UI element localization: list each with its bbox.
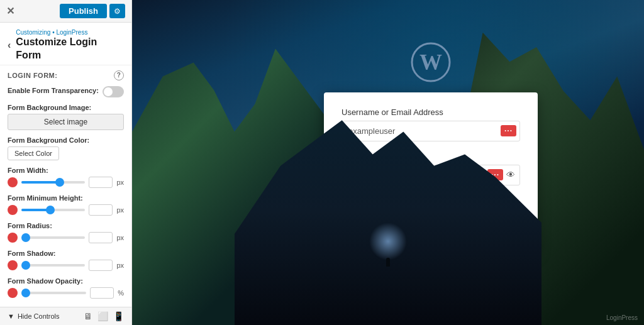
radius-label: Form Radius: [8,222,124,229]
radius-control: Form Radius: 0 px [0,219,131,246]
bg-image-label: Form Background Image: [8,104,124,111]
width-control: Form Width: 350 px [0,163,131,191]
desktop-icon[interactable]: 🖥 [84,311,92,321]
min-height-label: Form Minimum Height: [8,194,124,202]
shadow-opacity-label: Form Shadow Opacity: [8,277,124,285]
select-image-button[interactable]: Select image [8,114,124,130]
min-height-unit: px [116,206,124,214]
shadow-control: Form Shadow: 0 px [0,246,131,274]
min-height-control: Form Minimum Height: 200 px [0,191,131,219]
bg-color-control: Form Background Color: Select Color [0,133,131,163]
transparency-control: Enable Form Transparency: [0,83,131,101]
figure [386,258,390,267]
slider-min-icon [8,177,18,187]
breadcrumb-area: Customizing • LoginPress Customize Login… [16,29,124,62]
width-input[interactable]: 350 [89,177,113,188]
sidebar-top-bar: ✕ Publish ⚙ [0,0,131,23]
width-slider[interactable] [21,181,85,184]
wp-logo: W [411,42,451,82]
svg-text:W: W [419,50,442,75]
username-dots-button[interactable]: ··· [501,125,516,136]
transparency-toggle[interactable] [103,86,124,97]
device-icons: 🖥 ⬜ 📱 [84,311,124,321]
snow-glow [369,223,407,260]
loginpress-watermark: LoginPress [606,314,638,321]
sidebar: ✕ Publish ⚙ ‹ Customizing • LoginPress C… [0,0,132,325]
radius-slider-min-icon [8,233,18,243]
hide-controls-label: Hide Controls [18,312,60,320]
shadow-opacity-unit: % [118,289,124,297]
bg-image-control: Form Background Image: Select image [0,101,131,133]
shadow-opacity-slider-min-icon [8,288,18,298]
preview-area: W Username or Email Address ··· Password [132,0,644,325]
min-height-slider-min-icon [8,205,18,215]
help-icon[interactable]: ? [114,70,124,80]
min-height-slider[interactable] [21,209,85,211]
radius-slider[interactable] [21,236,85,239]
shadow-opacity-input[interactable]: 0 [90,287,114,299]
mobile-icon[interactable]: 📱 [113,311,124,321]
hide-controls-icon: ▼ [8,312,14,320]
close-button[interactable]: ✕ [6,6,14,16]
hide-controls-button[interactable]: ▼ Hide Controls [8,312,60,320]
width-label: Form Width: [8,167,124,174]
transparency-label: Enable Form Transparency: [8,87,99,94]
password-eye-button[interactable]: 👁 [505,170,516,180]
sidebar-nav: ‹ Customizing • LoginPress Customize Log… [0,23,131,65]
radius-input[interactable]: 0 [89,232,113,243]
sidebar-bottom: ▼ Hide Controls 🖥 ⬜ 📱 [0,307,131,325]
page-title: Customize Login Form [16,36,124,62]
width-unit: px [116,179,124,186]
shadow-slider[interactable] [21,264,85,267]
back-button[interactable]: ‹ [8,40,11,51]
username-label: Username or Email Address [341,107,520,117]
username-icons: ··· [501,125,516,136]
shadow-opacity-control: Form Shadow Opacity: 0 % [0,274,131,302]
tablet-icon[interactable]: ⬜ [97,311,108,321]
bg-color-label: Form Background Color: [8,136,124,144]
username-input[interactable] [341,121,520,141]
shadow-slider-min-icon [8,260,18,270]
shadow-unit: px [116,262,124,269]
select-color-button[interactable]: Select Color [8,146,59,160]
section-label: LOGIN FORM: ? [0,65,131,83]
breadcrumb: Customizing • LoginPress [16,29,124,36]
min-height-input[interactable]: 200 [89,204,113,216]
shadow-opacity-slider[interactable] [21,292,86,294]
settings-gear-button[interactable]: ⚙ [109,4,125,18]
shadow-label: Form Shadow: [8,250,124,257]
shadow-input[interactable]: 0 [89,260,113,271]
username-input-wrap: ··· [341,121,520,141]
publish-button[interactable]: Publish [60,4,107,18]
username-group: Username or Email Address ··· [341,107,520,141]
radius-unit: px [116,234,124,241]
